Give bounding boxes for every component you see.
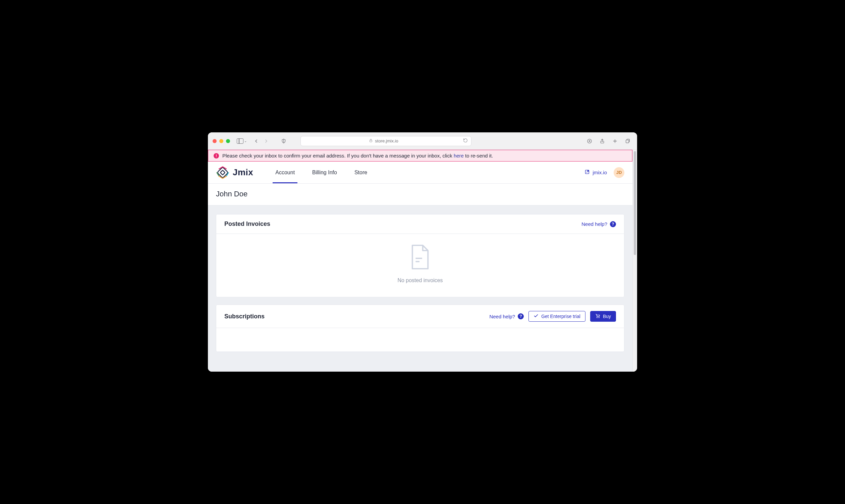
nav-back-button[interactable] <box>251 137 261 146</box>
logo[interactable]: Jmix <box>216 162 253 183</box>
page-title: John Doe <box>216 190 624 198</box>
help-label: Need help? <box>581 221 607 227</box>
downloads-button[interactable] <box>585 137 594 146</box>
svg-point-10 <box>599 317 599 318</box>
alert-text-before: Please check your inbox to confirm your … <box>222 153 454 159</box>
browser-window: ⌄ sto <box>208 132 637 372</box>
window-zoom-button[interactable] <box>226 139 230 143</box>
user-avatar[interactable]: JD <box>614 167 624 178</box>
invoices-title: Posted Invoices <box>224 220 270 228</box>
document-icon <box>410 244 430 271</box>
page-title-strip: John Doe <box>208 184 632 205</box>
share-button[interactable] <box>598 137 607 146</box>
buy-button-label: Buy <box>603 314 611 319</box>
external-link-label: jmix.io <box>593 169 607 175</box>
subscriptions-help-link[interactable]: Need help? ? <box>489 313 524 319</box>
window-controls <box>213 139 230 143</box>
help-label: Need help? <box>489 314 515 319</box>
tab-store[interactable]: Store <box>346 162 376 183</box>
new-tab-button[interactable] <box>610 137 620 146</box>
tab-account[interactable]: Account <box>267 162 303 183</box>
logo-text: Jmix <box>233 167 253 178</box>
alert-message: Please check your inbox to confirm your … <box>222 153 493 159</box>
invoices-empty-state: No posted invoices <box>224 244 616 284</box>
tab-billing-info[interactable]: Billing Info <box>303 162 346 183</box>
svg-rect-0 <box>370 140 372 142</box>
external-site-link[interactable]: jmix.io <box>584 169 607 176</box>
alert-text-after: to re-send it. <box>464 153 493 159</box>
resend-email-link[interactable]: here <box>454 153 464 159</box>
logo-icon <box>216 166 229 179</box>
cart-icon <box>595 313 600 319</box>
svg-rect-3 <box>626 140 629 143</box>
email-confirm-alert: Please check your inbox to confirm your … <box>208 150 632 162</box>
buy-button[interactable]: Buy <box>590 311 616 322</box>
reload-button[interactable] <box>463 138 468 144</box>
check-icon <box>533 313 539 319</box>
alert-icon <box>214 153 219 159</box>
subscriptions-title: Subscriptions <box>224 313 265 320</box>
svg-point-9 <box>597 317 598 318</box>
sidebar-toggle-button[interactable]: ⌄ <box>237 139 247 144</box>
lock-icon <box>369 139 373 143</box>
invoices-empty-text: No posted invoices <box>397 277 443 284</box>
scrollbar-thumb[interactable] <box>634 151 636 255</box>
tab-overview-button[interactable] <box>623 137 632 146</box>
vertical-scrollbar[interactable] <box>632 150 637 372</box>
main-tabs: Account Billing Info Store <box>267 162 376 183</box>
window-minimize-button[interactable] <box>219 139 223 143</box>
help-icon: ? <box>610 221 616 227</box>
browser-toolbar: ⌄ sto <box>208 132 637 150</box>
svg-rect-5 <box>220 170 225 175</box>
url-text: store.jmix.io <box>375 139 398 143</box>
trial-button-label: Get Enterprise trial <box>541 314 580 319</box>
privacy-shield-button[interactable] <box>279 137 288 146</box>
address-bar[interactable]: store.jmix.io <box>300 136 472 146</box>
app-header: Jmix Account Billing Info Store jmix.io <box>208 162 632 184</box>
main-area: Posted Invoices Need help? ? <box>208 205 632 372</box>
invoices-card: Posted Invoices Need help? ? <box>216 214 624 297</box>
invoices-help-link[interactable]: Need help? ? <box>581 221 616 227</box>
nav-forward-button[interactable] <box>262 137 271 146</box>
help-icon: ? <box>518 313 524 319</box>
get-enterprise-trial-button[interactable]: Get Enterprise trial <box>528 311 585 322</box>
window-close-button[interactable] <box>213 139 217 143</box>
external-link-icon <box>584 169 590 176</box>
subscriptions-card: Subscriptions Need help? ? <box>216 305 624 352</box>
